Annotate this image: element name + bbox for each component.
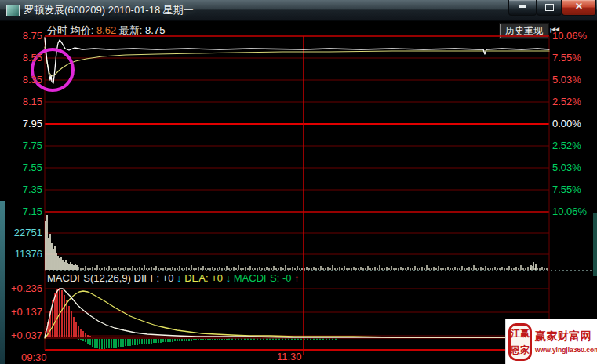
seal-char: 家 bbox=[520, 342, 530, 359]
seal-char: 赢 bbox=[520, 326, 530, 342]
watermark-site-name: 赢家财富网 bbox=[535, 329, 597, 344]
seal-logo-icon: 江 赢 恩 家 bbox=[508, 323, 532, 361]
stock-app-window: 罗顿发展(600209) 2010-01-18 星期一 ✕ 分时 均价: 8.6… bbox=[0, 0, 597, 364]
macd-dea-value: DEA: +0 bbox=[184, 272, 223, 284]
arrow-down-icon: ↓ bbox=[177, 272, 182, 284]
arrow-down-icon: ↓ bbox=[226, 272, 231, 284]
macd-hist-value: MACDFS: -0 bbox=[234, 272, 292, 284]
time-label-noon: 11:30 bbox=[277, 351, 302, 362]
desktop-edge-left bbox=[0, 201, 5, 364]
desktop-edge-right bbox=[593, 213, 597, 276]
site-watermark: 江 赢 恩 家 赢家财富网 www.yingjia360.com bbox=[506, 319, 597, 364]
watermark-site-url: www.yingjia360.com bbox=[535, 346, 597, 354]
macd-formula: MACDFS(12,26,9) bbox=[47, 272, 131, 284]
macd-diff-value: DIFF: +0 bbox=[134, 272, 174, 284]
seal-char: 江 bbox=[511, 326, 520, 342]
seal-char: 恩 bbox=[511, 342, 520, 359]
time-label-open: 09:30 bbox=[21, 351, 47, 363]
arrow-up-icon: ↑ bbox=[294, 272, 300, 284]
intraday-chart[interactable] bbox=[0, 0, 597, 364]
macd-indicator-row: MACDFS(12,26,9) DIFF: +0 ↓ DEA: +0 ↓ MAC… bbox=[47, 272, 300, 284]
